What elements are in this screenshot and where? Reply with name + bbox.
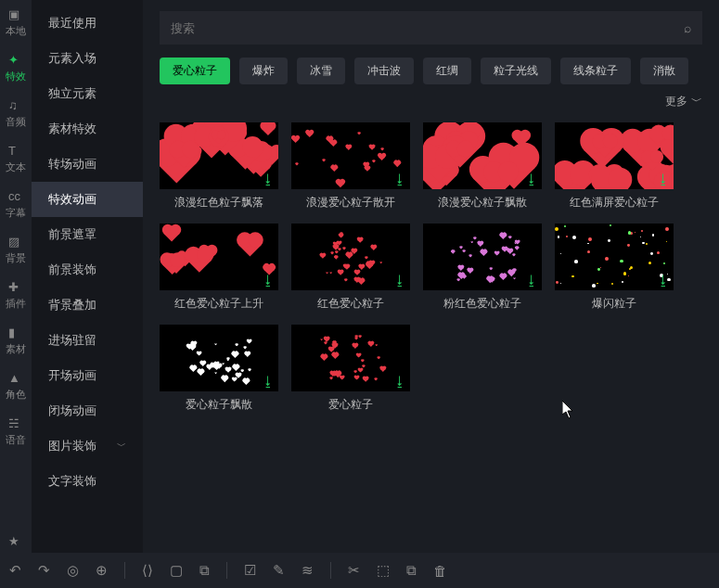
check-button[interactable]: ☑ — [244, 562, 256, 579]
nav-item-local[interactable]: ▣本地 — [0, 4, 32, 42]
download-icon[interactable]: ⭳ — [262, 274, 275, 287]
sidebar-item[interactable]: 前景遮罩 — [32, 217, 143, 252]
asset-thumbnail: ⭳ — [555, 122, 674, 189]
sidebar-item[interactable]: 开场动画 — [32, 358, 143, 393]
asset-title: 爱心粒子飘散 — [160, 397, 278, 413]
download-icon[interactable]: ⭳ — [262, 375, 275, 388]
filter-chip[interactable]: 线条粒子 — [560, 58, 631, 84]
sidebar-item[interactable]: 转场动画 — [32, 147, 143, 182]
sidebar-item[interactable]: 前景装饰 — [32, 252, 143, 288]
download-icon[interactable]: ⭳ — [657, 274, 670, 287]
nav-item-subtitle[interactable]: cc字幕 — [0, 185, 32, 224]
sidebar-item[interactable]: 进场驻留 — [32, 323, 143, 358]
asset-card[interactable]: ⭳爱心粒子 — [291, 325, 410, 413]
search-icon: ⌕ — [684, 20, 691, 35]
asset-card[interactable]: ⭳爆闪粒子 — [555, 224, 674, 312]
nav-item-audio[interactable]: ♫音频 — [0, 95, 32, 133]
chevron-down-icon: ﹀ — [117, 440, 126, 453]
nav-item-label: 角色 — [6, 388, 26, 402]
lock-button[interactable]: ⬚ — [377, 562, 390, 579]
nav-item-label: 语音 — [6, 433, 26, 447]
asset-title: 红色爱心粒子上升 — [160, 296, 278, 312]
download-icon[interactable]: ⭳ — [393, 173, 406, 185]
asset-title: 爆闪粒子 — [555, 296, 674, 312]
sidebar-item-label: 图片装饰 — [48, 438, 96, 454]
filters-more-button[interactable]: 更多﹀ — [665, 94, 702, 109]
asset-title: 红色爱心粒子 — [291, 296, 410, 312]
sidebar-item-label: 背景叠加 — [48, 297, 96, 313]
text-icon: T — [8, 144, 23, 159]
asset-title: 红色满屏爱心粒子 — [555, 195, 674, 211]
asset-thumbnail: ⭳ — [291, 325, 410, 391]
download-icon[interactable]: ⭳ — [262, 173, 275, 185]
asset-card[interactable]: ⭳浪漫爱心粒子飘散 — [423, 122, 542, 211]
download-icon[interactable]: ⭳ — [525, 173, 538, 185]
nav-item-voice[interactable]: ☵语音 — [0, 413, 32, 451]
asset-thumbnail: ⭳ — [423, 224, 542, 290]
sidebar-item[interactable]: 独立元素 — [32, 76, 143, 111]
filter-chip[interactable]: 粒子光线 — [481, 58, 551, 84]
sidebar-item[interactable]: 特效动画 — [32, 182, 143, 217]
sidebar-item[interactable]: 元素入场 — [32, 41, 143, 76]
download-icon[interactable]: ⭳ — [525, 274, 538, 287]
aspect-button[interactable]: ⟨⟩ — [142, 562, 153, 579]
search-input[interactable] — [171, 21, 684, 35]
chevron-down-icon: ﹀ — [691, 94, 702, 109]
nav-item-effects[interactable]: ✦特效 — [0, 49, 32, 87]
filter-chip[interactable]: 红绸 — [423, 58, 471, 84]
nav-item-text[interactable]: T文本 — [0, 140, 32, 178]
nav-item-label: 文本 — [6, 160, 26, 174]
home-button[interactable]: ◎ — [67, 562, 79, 579]
asset-card[interactable]: ⭳浪漫爱心粒子散开 — [291, 122, 410, 211]
asset-card[interactable]: ⭳爱心粒子飘散 — [160, 325, 278, 413]
asset-card[interactable]: ⭳红色满屏爱心粒子 — [555, 122, 674, 211]
sidebar-item-label: 前景装饰 — [48, 262, 96, 278]
sidebar-item-label: 独立元素 — [48, 85, 96, 102]
nav-item-assets[interactable]: ▮素材 — [0, 322, 32, 360]
trash-button[interactable]: 🗑 — [433, 563, 447, 579]
nav-item-label: 特效 — [6, 70, 26, 83]
asset-title: 粉红色爱心粒子 — [423, 296, 542, 312]
copy-button[interactable]: ⧉ — [406, 562, 417, 579]
effects-icon: ✦ — [8, 53, 23, 68]
layers-button[interactable]: ≋ — [302, 562, 314, 579]
download-icon[interactable]: ⭳ — [393, 274, 406, 287]
download-icon[interactable]: ⭳ — [393, 375, 406, 388]
asset-card[interactable]: ⭳红色爱心粒子上升 — [160, 224, 278, 312]
undo-button[interactable]: ↶ — [9, 562, 21, 579]
sidebar-item[interactable]: 素材特效 — [32, 111, 143, 147]
nav-item-bg[interactable]: ▨背景 — [0, 231, 32, 269]
filter-chip[interactable]: 爆炸 — [239, 58, 288, 84]
edit-button[interactable]: ✎ — [273, 562, 285, 579]
download-icon[interactable]: ⭳ — [657, 173, 670, 185]
nav-item-role[interactable]: ▲角色 — [0, 367, 32, 405]
crop-button[interactable]: ▢ — [170, 562, 183, 579]
nav-item-fav[interactable]: ★ — [0, 530, 32, 553]
filter-chip[interactable]: 冲击波 — [354, 58, 414, 84]
asset-card[interactable]: ⭳粉红色爱心粒子 — [423, 224, 542, 312]
nav-item-label: 音频 — [6, 115, 26, 129]
redo-button[interactable]: ↷ — [38, 562, 50, 579]
audio-icon: ♫ — [8, 98, 23, 113]
sidebar-item[interactable]: 闭场动画 — [32, 393, 143, 428]
search-bar[interactable]: ⌕ — [160, 11, 702, 45]
cut-button[interactable]: ✂ — [348, 562, 360, 579]
sidebar-item-label: 元素入场 — [48, 50, 96, 67]
assets-icon: ▮ — [8, 326, 23, 340]
sidebar-item-label: 转场动画 — [48, 156, 96, 173]
sidebar-item[interactable]: 文字装饰 — [32, 464, 143, 499]
sidebar-item[interactable]: 背景叠加 — [32, 288, 143, 323]
duplicate-button[interactable]: ⧉ — [199, 562, 210, 579]
sidebar-item[interactable]: 图片装饰﹀ — [32, 428, 143, 464]
nav-item-plugin[interactable]: ✚插件 — [0, 276, 32, 314]
local-icon: ▣ — [8, 7, 23, 22]
filter-chip[interactable]: 爱心粒子 — [160, 58, 230, 84]
sidebar-item[interactable]: 最近使用 — [32, 6, 143, 41]
filter-chip[interactable]: 冰雪 — [297, 58, 345, 84]
plugin-icon: ✚ — [8, 280, 23, 295]
asset-card[interactable]: ⭳红色爱心粒子 — [291, 224, 410, 312]
asset-card[interactable]: ⭳浪漫红色粒子飘落 — [160, 122, 278, 211]
sidebar-item-label: 文字装饰 — [48, 473, 96, 490]
filter-chip[interactable]: 消散 — [640, 58, 688, 84]
target-button[interactable]: ⊕ — [96, 562, 108, 579]
